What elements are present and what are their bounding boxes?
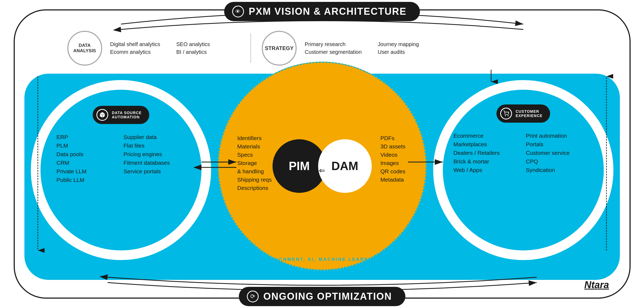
cx-item-marketplaces: Marketplaces: [454, 141, 521, 148]
dam-label: DAM: [331, 159, 358, 173]
dam-items: PDFs 3D assets Videos Images QR codes Me…: [380, 135, 405, 183]
ds-item-plm: PLM: [57, 142, 118, 149]
da-item-2: SEO analytics: [176, 41, 226, 47]
data-analysis-label: DATA ANALYSIS: [68, 43, 101, 54]
da-item-4: BI / analytics: [176, 49, 226, 55]
pim-item-6: Shipping reqs: [237, 176, 272, 183]
cx-item-brick: Brick & mortar: [454, 158, 521, 165]
top-pill-title: PXM VISION & ARCHITECTURE: [249, 6, 407, 17]
dam-item-4: Images: [380, 160, 405, 166]
cx-item-ecommerce: Ecommerce: [454, 133, 521, 139]
strategy-items: Primary research Journey mapping Custome…: [305, 41, 435, 55]
data-source-header: DATA SOURCE AUTOMATION: [93, 106, 149, 124]
data-source-items: ERP Supplier data PLM Flat files Data po…: [57, 134, 185, 183]
ds-item-flat: Flat files: [124, 142, 185, 149]
st-item-4: User audits: [378, 49, 435, 55]
cx-title2: EXPERIENCE: [516, 114, 542, 118]
cx-title1: CUSTOMER: [516, 109, 542, 114]
eye-icon: 👁: [232, 6, 244, 17]
ds-item-service: Service portals: [124, 168, 185, 175]
cx-items: Ecommerce Print automation Marketplaces …: [454, 133, 593, 173]
bottom-pill-title: ONGOING OPTIMIZATION: [263, 291, 392, 302]
ds-item-pricing: Pricing engines: [124, 151, 185, 157]
enrichment-text: ENRICHMENT, AI, MACHINE LEARNING: [264, 257, 380, 262]
svg-point-11: [508, 115, 508, 116]
ds-item-erp: ERP: [57, 134, 118, 140]
cx-item-portals: Portals: [526, 141, 593, 148]
dam-item-3: Videos: [380, 152, 405, 158]
cx-header: CUSTOMER EXPERIENCE: [496, 104, 550, 123]
st-item-3: Customer segmentation: [305, 49, 362, 55]
divider: [251, 33, 251, 63]
st-item-1: Primary research: [305, 41, 362, 47]
pim-dam-arrows: ⇒ ⇐: [319, 158, 325, 174]
ds-item-supplier: Supplier data: [124, 134, 185, 140]
cart-icon: [500, 108, 512, 119]
dam-circle: DAM: [318, 139, 372, 193]
ds-item-datapools: Data pools: [57, 151, 118, 157]
cx-item-dealers: Dealers / Retailers: [454, 150, 521, 156]
data-analysis-circle: DATA ANALYSIS: [67, 31, 102, 66]
dam-item-1: PDFs: [380, 135, 405, 141]
pim-label: PIM: [289, 159, 310, 173]
dam-item-2: 3D assets: [380, 143, 405, 150]
dam-item-6: Metadata: [380, 176, 405, 183]
top-pill: 👁 PXM VISION & ARCHITECTURE: [224, 2, 420, 21]
cx-section: CUSTOMER EXPERIENCE Ecommerce Print auto…: [432, 79, 614, 261]
pim-item-1: Identifiers: [237, 135, 272, 141]
box-icon: [96, 109, 108, 121]
top-section: DATA ANALYSIS Digital shelf analytics SE…: [67, 31, 577, 66]
ds-item-private-llm: Private LLM: [57, 168, 118, 175]
refresh-icon: ⟳: [247, 291, 259, 302]
enrichment-label: ENRICHMENT, AI, MACHINE LEARNING: [264, 257, 380, 262]
svg-point-10: [505, 115, 506, 116]
da-item-1: Digital shelf analytics: [110, 41, 160, 47]
cx-item-cpq: CPQ: [526, 158, 593, 165]
ds-item-fitment: Fitment databases: [124, 160, 185, 166]
pim-item-5: & handling: [237, 168, 272, 175]
ds-item-public-llm: Public LLM: [57, 177, 118, 183]
da-item-3: Ecomm analytics: [110, 49, 160, 55]
cx-item-customer-service: Customer service: [526, 150, 593, 156]
ds-item-crm: CRM: [57, 160, 118, 166]
cx-item-print: Print automation: [526, 133, 593, 139]
st-item-2: Journey mapping: [378, 41, 435, 47]
pim-item-7: Descriptions: [237, 185, 272, 191]
data-source-section: DATA SOURCE AUTOMATION ERP Supplier data…: [30, 79, 212, 261]
ntara-logo: Ntara: [584, 279, 609, 291]
strategy-label: STRATEGY: [265, 45, 293, 51]
pim-item-3: Specs: [237, 152, 272, 158]
pim-item-2: Materials: [237, 143, 272, 150]
pim-items: Identifiers Materials Specs Storage & ha…: [237, 135, 272, 191]
pim-item-4: Storage: [237, 160, 272, 166]
data-analysis-items: Digital shelf analytics SEO analytics Ec…: [110, 41, 227, 55]
bottom-pill: ⟳ ONGOING OPTIMIZATION: [239, 287, 405, 306]
ds-title1: DATA SOURCE: [112, 111, 142, 115]
dam-item-5: QR codes: [380, 168, 405, 175]
pim-dam-section: PIM ⇒ ⇐ DAM Identifiers Materials Specs …: [218, 62, 427, 271]
pim-dam-core: PIM ⇒ ⇐ DAM: [273, 139, 372, 193]
cx-item-web: Web / Apps: [454, 167, 521, 173]
strategy-circle: STRATEGY: [262, 31, 297, 66]
cx-item-syndication: Syndication: [526, 167, 593, 173]
ds-title2: AUTOMATION: [112, 115, 142, 119]
